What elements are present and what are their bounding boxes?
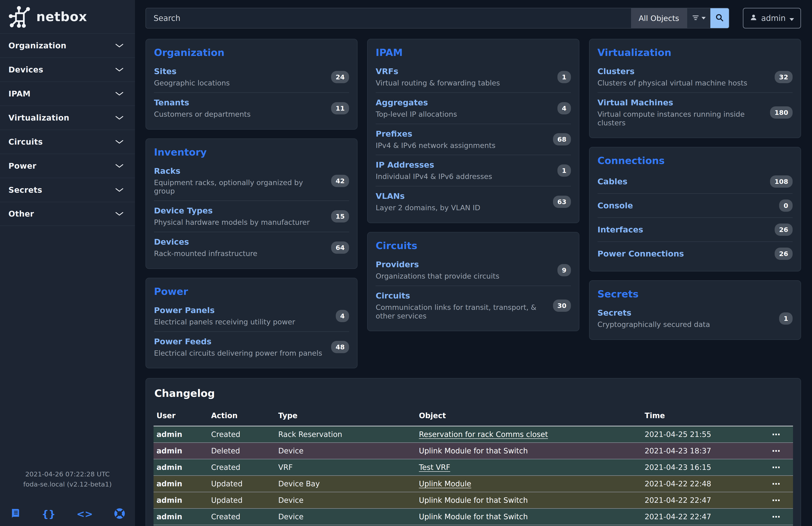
card-item-list: VRFs Virtual routing & forwarding tables… [376, 62, 571, 217]
card-item-providers: Providers Organizations that provide cir… [376, 255, 571, 286]
search-filter-button[interactable] [687, 8, 710, 28]
stat-description: Individual IPv4 & IPv6 addresses [376, 172, 492, 181]
card-item-devices: Devices Rack-mounted infrastructure 64 [154, 232, 349, 263]
card-item-vlans: VLANs Layer 2 domains, by VLAN ID 63 [376, 186, 571, 217]
changelog-row: adminUpdatedDeviceUplink Module for that… [154, 492, 793, 509]
count-badge: 48 [331, 341, 349, 353]
stat-description: Electrical panels receiving utility powe… [154, 318, 295, 326]
object-link[interactable]: Test VRF [419, 463, 450, 471]
card-inventory: Inventory Racks Equipment racks, optiona… [146, 139, 358, 269]
sidebar-item-label: Circuits [9, 138, 43, 146]
cell-user: admin [154, 426, 211, 443]
brand-name: netbox [36, 9, 87, 24]
dashboard-column: Organization Sites Geographic locations … [146, 39, 358, 368]
stat-description: Virtual routing & forwarding tables [376, 79, 500, 87]
stat-link[interactable]: Device Types [154, 206, 213, 215]
server-host-version: foda-se.local (v2.12-beta1) [0, 479, 135, 489]
chevron-down-icon [115, 164, 124, 168]
stat-link[interactable]: IP Addresses [376, 160, 434, 170]
stat-link[interactable]: Providers [376, 260, 419, 269]
sidebar-item-ipam[interactable]: IPAM [0, 82, 135, 105]
stat-link[interactable]: Console [597, 201, 633, 210]
count-badge: 0 [779, 199, 793, 212]
count-badge: 15 [331, 210, 349, 223]
row-menu-button[interactable]: ⋯ [772, 429, 781, 439]
row-menu-button[interactable]: ⋯ [772, 446, 781, 456]
changelog-row: adminUpdatedDevice BayUplink Module2021-… [154, 475, 793, 492]
card-item-list: Racks Equipment racks, optionally organi… [154, 161, 349, 263]
count-badge: 26 [775, 247, 793, 260]
stat-link[interactable]: Racks [154, 166, 180, 175]
card-item-list: Power Panels Electrical panels receiving… [154, 301, 349, 362]
stat-link[interactable]: Tenants [154, 98, 189, 107]
sidebar-item-power[interactable]: Power [0, 154, 135, 178]
card-connections: Connections Cables 108 Console 0 Interfa… [589, 147, 801, 271]
stat-link[interactable]: VLANs [376, 191, 405, 201]
sidebar-item-virtualization[interactable]: Virtualization [0, 105, 135, 130]
card-item-console: Console 0 [597, 193, 793, 217]
topbar: All Objects [135, 0, 812, 36]
stat-link[interactable]: VRFs [376, 67, 398, 76]
object-link[interactable]: Reservation for rack Comms closet [419, 430, 548, 439]
card-item-list: Secrets Cryptographically secured data 1 [597, 303, 793, 334]
cell-object: Uplink Module for that Switch [419, 492, 644, 509]
changelog-table: UserActionTypeObjectTime adminCreatedRac… [154, 408, 793, 526]
row-menu-button[interactable]: ⋯ [772, 479, 781, 489]
row-menu-button[interactable]: ⋯ [772, 512, 781, 522]
sidebar-item-other[interactable]: Other [0, 202, 135, 226]
sidebar-item-label: Power [9, 161, 37, 171]
stat-link[interactable]: Power Connections [597, 249, 684, 258]
netbox-logo-icon [8, 5, 31, 28]
stat-link[interactable]: Cables [597, 177, 627, 186]
cell-user: admin [154, 443, 211, 459]
chevron-down-icon [115, 212, 124, 216]
cell-object: Uplink Module for that Switch [419, 443, 644, 459]
sidebar-item-devices[interactable]: Devices [0, 57, 135, 82]
stat-link[interactable]: Interfaces [597, 225, 643, 234]
card-title: Virtualization [597, 47, 793, 58]
user-menu-button[interactable]: admin [743, 8, 801, 28]
cell-time: 2021-04-23 18:37 [645, 443, 772, 459]
stat-link[interactable]: Sites [154, 67, 176, 76]
dashboard-column: Virtualization Clusters Clusters of phys… [589, 39, 801, 340]
card-organization: Organization Sites Geographic locations … [146, 39, 358, 130]
cell-object: Test VRF [419, 459, 644, 475]
stat-link[interactable]: Devices [154, 237, 189, 246]
stat-link[interactable]: Power Feeds [154, 337, 212, 346]
count-badge: 68 [553, 133, 571, 145]
cell-object: Uplink Module [419, 475, 644, 492]
support-lifering-icon[interactable] [114, 508, 125, 520]
stat-link[interactable]: Aggregates [376, 98, 428, 107]
stat-link[interactable]: Prefixes [376, 129, 412, 139]
sidebar-menu: Organization Devices IPAM Virtualization [0, 33, 135, 226]
cell-actions: ⋯ [772, 459, 793, 475]
row-menu-button[interactable]: ⋯ [772, 495, 781, 505]
sidebar-footer: 2021-04-26 07:22:28 UTC foda-se.local (v… [0, 469, 135, 520]
stat-description: Organizations that provide circuits [376, 272, 499, 281]
search-input[interactable] [146, 8, 631, 28]
search-scope-select[interactable]: All Objects [631, 8, 687, 28]
stat-link[interactable]: Circuits [376, 291, 410, 300]
cell-action: Updated [211, 492, 278, 509]
api-braces-icon[interactable]: {} [42, 508, 56, 520]
sidebar-item-label: Virtualization [9, 113, 69, 123]
sidebar-item-circuits[interactable]: Circuits [0, 130, 135, 154]
cell-actions: ⋯ [772, 525, 793, 526]
stat-link[interactable]: Power Panels [154, 305, 215, 315]
sidebar-item-secrets[interactable]: Secrets [0, 178, 135, 202]
source-code-icon[interactable]: <> [76, 508, 93, 520]
stat-link[interactable]: Clusters [597, 67, 635, 76]
stat-link[interactable]: Secrets [597, 308, 632, 317]
row-menu-button[interactable]: ⋯ [772, 463, 781, 472]
docs-book-icon[interactable] [10, 508, 21, 520]
object-link[interactable]: Uplink Module [419, 480, 471, 488]
brand-logo[interactable]: netbox [0, 0, 135, 33]
stat-link[interactable]: Virtual Machines [597, 98, 673, 107]
cell-time: 2021-04-22 22:47 [645, 509, 772, 525]
card-item-tenants: Tenants Customers or departments 11 [154, 93, 349, 124]
card-item-interfaces: Interfaces 26 [597, 217, 793, 241]
cell-user: admin [154, 475, 211, 492]
sidebar-item-organization[interactable]: Organization [0, 33, 135, 57]
cell-type: Device [278, 509, 419, 525]
search-submit-button[interactable] [710, 8, 729, 28]
